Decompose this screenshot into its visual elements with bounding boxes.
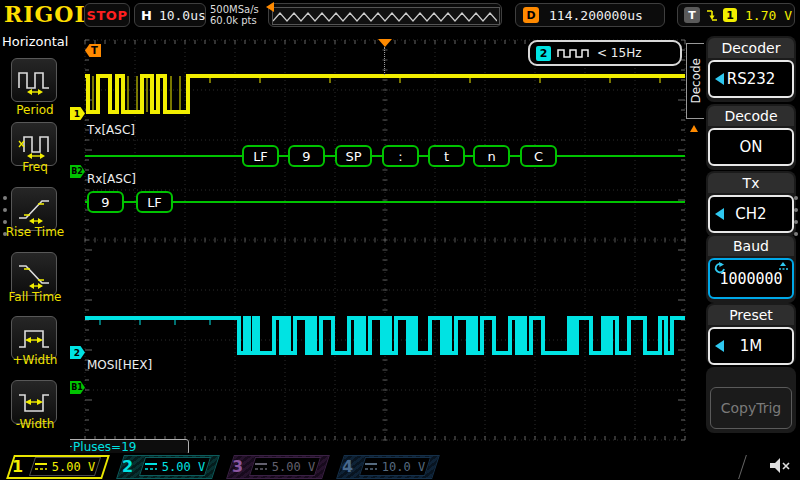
- channel-scale: 10.0 V: [382, 460, 425, 474]
- page-indicator-dot: [794, 208, 798, 212]
- decode-frame-label: 9: [302, 149, 310, 164]
- waveform-overview[interactable]: [268, 3, 502, 27]
- page-indicator-dot: [3, 220, 7, 224]
- decode-frame-label: SP: [345, 149, 361, 164]
- decode-frame-label: LF: [147, 195, 162, 210]
- rise-time-icon: [16, 194, 52, 224]
- decode-freq-text: < 15Hz: [597, 46, 641, 60]
- rx-bus-label: Rx[ASC]: [87, 172, 136, 186]
- decode-frame-label: 9: [101, 195, 109, 210]
- trigger-level-value: 1.70 V: [745, 8, 792, 23]
- left-arrow-icon: [715, 340, 724, 352]
- ch1-tx-waveform: [85, 76, 685, 112]
- timebase-value: 10.0us: [159, 8, 206, 23]
- left-arrow-icon: [715, 208, 724, 220]
- channel-number: 3: [232, 457, 243, 476]
- freq-icon: [16, 129, 52, 159]
- channel-scale: 5.00 V: [52, 460, 95, 474]
- square-wave-icon: [557, 47, 591, 59]
- dc-coupling-icon: [254, 462, 268, 471]
- trigger-position-line: [384, 47, 385, 75]
- multifunction-knob-icon: [777, 261, 789, 273]
- decode-frame-label: LF: [253, 149, 268, 164]
- menu-item-header: Tx: [708, 173, 794, 193]
- rigol-logo: RIGOL: [4, 1, 91, 27]
- channel-1-status[interactable]: 1 5.00 V: [2, 455, 106, 479]
- measure-menu: Horizontal Period Freq: [0, 30, 70, 453]
- menu-label-period: Period: [0, 103, 70, 117]
- speaker-muted-icon: [768, 457, 792, 475]
- delay-badge: D: [523, 7, 539, 23]
- sample-rate: 500MSa/s: [210, 4, 259, 15]
- trigger-readout: T 1 1.70 V: [677, 3, 795, 27]
- delay-readout: D 114.200000us: [515, 3, 665, 27]
- channel-2-badge: 2: [536, 46, 551, 61]
- tx-bus-label: Tx[ASC]: [87, 123, 135, 137]
- overview-position-icon: [266, 2, 274, 12]
- page-indicator-dot: [3, 208, 7, 212]
- decode-event-popup: 2 < 15Hz: [528, 40, 682, 66]
- overview-waveform: [273, 9, 497, 23]
- decode-frame-label: t: [444, 149, 449, 164]
- channel-3-status[interactable]: 3 5.00 V: [222, 455, 326, 479]
- decode-menu-tab: Decode: [686, 43, 704, 119]
- copytrig-button[interactable]: CopyTrig: [710, 387, 792, 429]
- menu-item-copytrig[interactable]: CopyTrig: [706, 367, 796, 433]
- page-indicator-dot: [794, 220, 798, 224]
- menu-item-tx[interactable]: Tx CH2: [706, 171, 796, 237]
- menu-item-decode[interactable]: Decode ON: [706, 104, 796, 170]
- memory-depth: 60.0k pts: [210, 15, 259, 26]
- menu-item-value: CH2: [735, 205, 766, 223]
- menu-item-decoder[interactable]: Decoder RS232: [706, 36, 796, 102]
- trigger-source-badge: 1: [723, 8, 737, 22]
- acquisition-readout: 500MSa/s 60.0k pts: [210, 4, 259, 26]
- menu-item-header: Preset: [708, 305, 794, 325]
- menu-item-baud[interactable]: Baud 1000000: [706, 234, 796, 303]
- trigger-position-marker[interactable]: [378, 39, 392, 47]
- left-arrow-icon: [715, 73, 724, 85]
- run-state-text: STOP: [87, 8, 128, 23]
- page-indicator-dot: [794, 232, 798, 236]
- dc-coupling-icon: [364, 462, 378, 471]
- menu-item-header: Decode: [708, 106, 794, 126]
- channel-number: 2: [122, 457, 133, 476]
- measure-menu-title: Horizontal: [2, 34, 68, 49]
- page-indicator-dot: [794, 196, 798, 200]
- ch2-mosi-waveform: [85, 318, 685, 353]
- channel-number: 4: [342, 457, 353, 476]
- minus-width-icon: [16, 387, 52, 417]
- rs232-tx-decode-row: LF9SP:tnC: [85, 146, 685, 166]
- menu-item-header: Baud: [708, 236, 794, 256]
- horizontal-label: H: [141, 8, 152, 23]
- channel-status-bar: 1 5.00 V 2 5.00 V 3 5.00 V: [0, 453, 800, 480]
- channel-4-status[interactable]: 4 10.0 V: [332, 455, 436, 479]
- menu-item-preset[interactable]: Preset 1M: [706, 303, 796, 365]
- channel-2-status[interactable]: 2 5.00 V: [112, 455, 216, 479]
- menu-label-plus-width: +Width: [0, 353, 70, 367]
- decode-frame-label: :: [398, 149, 402, 164]
- decode-menu: Decode Decoder RS232 Decode ON Tx CH2 Ba…: [703, 30, 800, 453]
- delay-value: 114.200000us: [549, 8, 643, 23]
- page-indicator-dot: [3, 196, 7, 200]
- menu-label-fall-time: Fall Time: [0, 290, 70, 304]
- falling-edge-icon: [705, 8, 718, 23]
- menu-item-value: RS232: [727, 70, 776, 88]
- menu-label-freq: Freq: [0, 160, 70, 174]
- channel-scale: 5.00 V: [272, 460, 315, 474]
- channel-number: 1: [12, 457, 23, 476]
- decode-tab-label: Decode: [689, 58, 703, 104]
- divider: [738, 455, 747, 479]
- plus-width-icon: [16, 323, 52, 353]
- dc-coupling-icon: [34, 462, 48, 471]
- menu-button-period[interactable]: [11, 58, 57, 102]
- overview-window: [272, 7, 500, 25]
- decode-frame-label: C: [534, 149, 543, 164]
- rotate-knob-icon: [713, 261, 727, 274]
- status-bar: RIGOL STOP H 10.0us 500MSa/s 60.0k pts D…: [0, 0, 800, 30]
- oscilloscope-screen: LF9SP:tnC9LF T 2 < 15Hz 1 B2 2 B1 Tx[ASC…: [0, 0, 800, 480]
- period-icon: [16, 65, 52, 95]
- menu-label-minus-width: -Width: [0, 417, 70, 431]
- menu-item-value: 1M: [740, 337, 763, 355]
- run-state-indicator: STOP: [84, 3, 130, 27]
- waveform-display: LF9SP:tnC9LF: [0, 0, 800, 480]
